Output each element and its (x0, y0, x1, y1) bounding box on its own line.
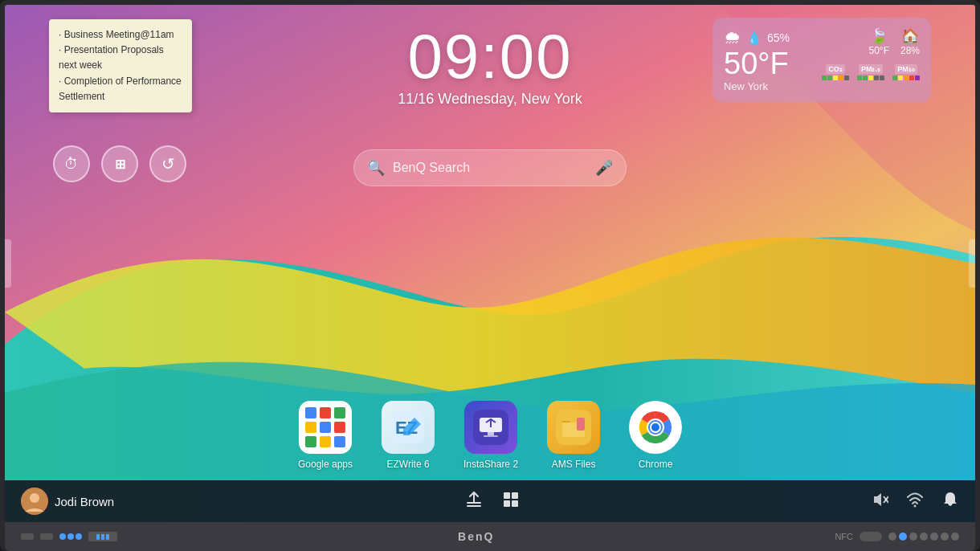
svg-rect-5 (488, 432, 494, 435)
hw-left-ports (21, 532, 117, 541)
svg-rect-23 (512, 500, 518, 507)
calculator-icon: ⊞ (115, 157, 125, 172)
svg-rect-21 (512, 492, 518, 499)
app-instashare-label: InstaShare 2 (463, 459, 518, 470)
side-handle-left[interactable] (5, 239, 11, 288)
svg-point-17 (30, 493, 39, 503)
ezwrite-icon: EZ (382, 401, 435, 454)
user-name: Jodi Brown (55, 495, 114, 508)
app-ams-files[interactable]: AMS Files (547, 401, 600, 470)
app-google-apps-label: Google apps (298, 459, 353, 470)
search-icon: 🔍 (367, 159, 385, 177)
chrome-icon (629, 401, 682, 454)
pm10-indicator: PM₁₀ (892, 64, 920, 80)
indicator-6 (941, 533, 949, 541)
co2-indicator: CO₂ (822, 64, 849, 80)
search-text: BenQ Search (393, 161, 587, 175)
svg-rect-19 (467, 505, 481, 507)
note-text: · Business Meeting@11am · Presentation P… (59, 27, 182, 104)
refresh-button[interactable]: ↺ (149, 145, 186, 182)
weather-humidity: 65% (767, 31, 790, 44)
weather-precip: 28% (900, 45, 920, 56)
instashare-icon (464, 401, 517, 454)
brand-label: BenQ (458, 530, 494, 543)
app-instashare[interactable]: InstaShare 2 (463, 401, 518, 470)
app-ezwrite[interactable]: EZ EZWrite 6 (382, 401, 435, 470)
hardware-bar: BenQ NFC (5, 522, 975, 551)
app-dock: Google apps EZ EZWrite 6 (298, 401, 682, 470)
weather-icon-rain: 🌧 (724, 27, 741, 48)
bottom-center-controls (114, 491, 871, 512)
clock-widget: 09:00 11/16 Wednesday, New York (398, 25, 582, 108)
indicator-4 (920, 533, 928, 541)
indicator-5 (930, 533, 938, 541)
refresh-icon: ↺ (161, 154, 175, 173)
clock-date: 11/16 Wednesday, New York (398, 91, 582, 108)
weather-house-icon: 🏠 (901, 27, 919, 45)
svg-point-15 (651, 423, 659, 431)
indicator-7 (951, 533, 959, 541)
ams-files-icon (547, 401, 600, 454)
nfc-icon: NFC (835, 532, 853, 541)
user-profile[interactable]: Jodi Brown (21, 488, 114, 515)
clock-time: 09:00 (398, 25, 582, 88)
usb-port-2 (40, 533, 53, 540)
indicator-3 (909, 533, 917, 541)
calculator-button[interactable]: ⊞ (101, 145, 138, 182)
upload-button[interactable] (465, 491, 483, 512)
app-chrome-label: Chrome (639, 459, 673, 470)
screen-bezel: · Business Meeting@11am · Presentation P… (5, 5, 975, 522)
wallpaper: · Business Meeting@11am · Presentation P… (5, 5, 975, 522)
weather-temp: 50°F (724, 48, 815, 79)
weather-city: New York (724, 80, 815, 92)
hw-right-controls: NFC (835, 532, 959, 541)
side-handle-right[interactable] (969, 239, 975, 288)
svg-rect-20 (504, 492, 510, 499)
svg-point-26 (914, 504, 917, 507)
svg-rect-22 (504, 500, 510, 507)
user-avatar (21, 488, 48, 515)
indicator-2 (899, 533, 907, 541)
app-chrome[interactable]: Chrome (629, 401, 682, 470)
google-apps-icon (299, 401, 352, 454)
grid-button[interactable] (502, 491, 520, 512)
timer-button[interactable]: ⏱ (53, 145, 90, 182)
wifi-button[interactable] (906, 491, 924, 512)
bottom-bar: Jodi Brown (5, 480, 975, 522)
weather-wind-icon: 🍃 (870, 27, 888, 45)
note-widget: · Business Meeting@11am · Presentation P… (49, 19, 192, 112)
mute-button[interactable] (871, 491, 888, 512)
pm25-indicator: PM₂.₅ (857, 64, 884, 80)
search-bar[interactable]: 🔍 BenQ Search 🎤 (353, 149, 627, 186)
weather-humidity-icon: 💧 (746, 31, 762, 46)
bottom-right-controls (871, 491, 959, 512)
app-ams-files-label: AMS Files (552, 459, 596, 470)
monitor-frame: · Business Meeting@11am · Presentation P… (0, 0, 980, 551)
usb-port-1 (21, 533, 34, 540)
svg-rect-6 (484, 435, 498, 437)
bell-button[interactable] (941, 491, 959, 512)
app-google-apps[interactable]: Google apps (298, 401, 353, 470)
mic-icon[interactable]: 🎤 (595, 159, 613, 177)
weather-wind-temp: 50°F (868, 45, 888, 56)
power-button[interactable] (860, 532, 882, 541)
quick-actions: ⏱ ⊞ ↺ (53, 145, 186, 182)
weather-widget: 🌧 💧 65% 50°F New York 🍃 50°F (713, 18, 931, 102)
indicator-1 (888, 533, 896, 541)
timer-icon: ⏱ (64, 156, 79, 173)
app-ezwrite-label: EZWrite 6 (386, 459, 429, 470)
